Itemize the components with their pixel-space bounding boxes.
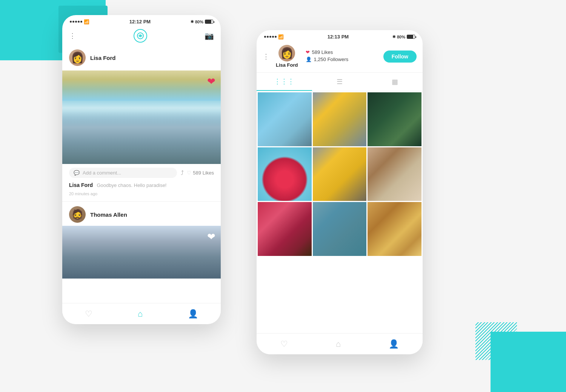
caption-text: Goodbye chaos. Hello paradise!: [97, 182, 166, 188]
camera-icon[interactable]: 📷: [205, 31, 214, 40]
grid-img-smoothie: [258, 202, 312, 256]
caption-username: Lisa Ford: [69, 182, 93, 188]
deco-lines: [475, 322, 517, 360]
profile-stats: ❤ 589 Likes 👤 1,250 Followers: [303, 49, 379, 64]
photo-grid: [257, 91, 423, 257]
grid-item-5[interactable]: [313, 147, 367, 201]
grid-view-icon: ⋮⋮⋮: [274, 77, 294, 86]
menu-icon-right[interactable]: ⋮: [263, 52, 270, 61]
battery-area-left: ✱ 80%: [191, 20, 213, 24]
bluetooth-icon-left: ✱: [191, 20, 194, 24]
battery-pct-right: 80%: [397, 35, 405, 39]
grid-item-7[interactable]: [258, 202, 312, 256]
signal-dots: [70, 21, 82, 23]
grid-item-4[interactable]: [258, 147, 312, 201]
battery-fill-left: [205, 20, 211, 23]
app-logo[interactable]: [134, 29, 147, 43]
view-tabs: ⋮⋮⋮ ☰ ▦: [257, 73, 423, 91]
image-view-icon: ▦: [392, 78, 398, 86]
menu-icon[interactable]: ⋮: [69, 32, 76, 40]
nav-bar-left: ⋮ 📷: [62, 27, 221, 46]
followers-stat: 👤 1,250 Followers: [306, 57, 376, 62]
likes-stat: ❤ 589 Likes: [306, 49, 376, 55]
grid-img-taxi: [313, 147, 367, 201]
followers-count: 1,250 Followers: [314, 57, 349, 62]
share-icon[interactable]: ⤴: [181, 170, 184, 176]
post1-photo[interactable]: ❤: [62, 70, 221, 164]
wifi-icon-right: 📶: [278, 34, 284, 40]
battery-pct-left: 80%: [195, 20, 203, 24]
likes-text: 589 Likes: [193, 170, 214, 176]
comment-bubble-icon: 💬: [74, 170, 80, 176]
tab-profile-left[interactable]: 👤: [188, 309, 198, 319]
tab-heart-left[interactable]: ♡: [85, 309, 92, 319]
view-tab-list[interactable]: ☰: [312, 73, 368, 91]
comment-placeholder: Add a comment...: [83, 170, 121, 176]
post2-heart-icon[interactable]: ❤: [207, 231, 215, 243]
signal-dots-right: [264, 36, 277, 38]
view-tab-image[interactable]: ▦: [367, 73, 423, 91]
grid-img-waterfall: [258, 92, 312, 146]
grid-img-wood: [313, 202, 367, 256]
follow-button[interactable]: Follow: [383, 51, 417, 63]
svg-point-1: [140, 35, 141, 37]
tab-heart-right[interactable]: ♡: [280, 339, 288, 349]
post1-profile-row: Lisa Ford: [62, 46, 221, 70]
post2-profile-row: Thomas Allen: [62, 202, 221, 226]
grid-item-2[interactable]: [313, 92, 367, 146]
followers-icon: 👤: [306, 57, 312, 62]
grid-item-8[interactable]: [313, 202, 367, 256]
likes-count: 589 Likes: [312, 49, 333, 55]
grid-item-3[interactable]: [368, 92, 421, 146]
city-image: [62, 226, 221, 279]
grid-img-leaf: [368, 92, 421, 146]
battery-bar-right: [407, 35, 415, 39]
lisa-avatar-col: Lisa Ford: [276, 45, 298, 68]
left-phone: 📶 12:12 PM ✱ 80% ⋮ 📷: [62, 15, 221, 324]
grid-img-coffee: [368, 147, 421, 201]
grid-img-city: [313, 92, 367, 146]
lisa-avatar-img-right: [278, 45, 295, 61]
tab-home-left[interactable]: ⌂: [138, 309, 143, 319]
battery-bar-left: [205, 20, 213, 24]
status-bar-right: 📶 12:13 PM ✱ 80%: [257, 30, 423, 42]
grid-item-1[interactable]: [258, 92, 312, 146]
status-time-left: 12:12 PM: [129, 19, 151, 24]
like-count: ♡ 589 Likes: [187, 170, 214, 176]
signal-area-right: 📶: [264, 34, 284, 40]
profile-header-right: ⋮ Lisa Ford ❤ 589 Likes 👤 1,250 Follower…: [257, 42, 423, 73]
lisa-username-left: Lisa Ford: [90, 55, 116, 61]
likes-heart-icon: ❤: [306, 49, 310, 55]
comment-input-area[interactable]: 💬 Add a comment...: [69, 168, 177, 178]
bottom-tab-bar-left: ♡ ⌂ 👤: [62, 303, 221, 324]
status-time-right: 12:13 PM: [328, 34, 349, 40]
post2-photo[interactable]: ❤: [62, 226, 221, 279]
battery-area-right: ✱ 80%: [392, 35, 415, 39]
grid-item-9[interactable]: [368, 202, 421, 256]
heart-outline-icon[interactable]: ♡: [187, 170, 191, 176]
view-tab-grid[interactable]: ⋮⋮⋮: [257, 73, 312, 91]
grid-item-6[interactable]: [368, 147, 421, 201]
grid-img-balloon: [258, 147, 312, 201]
signal-area: 📶: [70, 19, 89, 24]
lisa-avatar-right: [278, 45, 295, 61]
comment-actions: ⤴ ♡ 589 Likes: [181, 170, 214, 176]
tab-profile-right[interactable]: 👤: [389, 339, 399, 349]
battery-fill-right: [407, 35, 413, 38]
thomas-avatar-img: [69, 206, 86, 223]
tab-home-right[interactable]: ⌂: [336, 339, 341, 349]
lisa-avatar-img: [69, 49, 86, 66]
caption-time: 20 minutes ago: [62, 191, 221, 201]
post1-heart-icon[interactable]: ❤: [207, 76, 215, 87]
post1-caption: Lisa Ford Goodbye chaos. Hello paradise!: [62, 182, 221, 191]
bottom-tab-bar-right: ♡ ⌂ 👤: [257, 333, 423, 354]
list-view-icon: ☰: [337, 78, 343, 86]
lisa-avatar: [69, 49, 86, 66]
grid-img-guitar: [368, 202, 421, 256]
bluetooth-icon-right: ✱: [392, 35, 395, 39]
waterfall-image: [62, 70, 221, 164]
wifi-icon: 📶: [84, 19, 89, 24]
thomas-avatar: [69, 206, 86, 223]
comment-bar: 💬 Add a comment... ⤴ ♡ 589 Likes: [62, 164, 221, 182]
thomas-username: Thomas Allen: [90, 211, 127, 218]
